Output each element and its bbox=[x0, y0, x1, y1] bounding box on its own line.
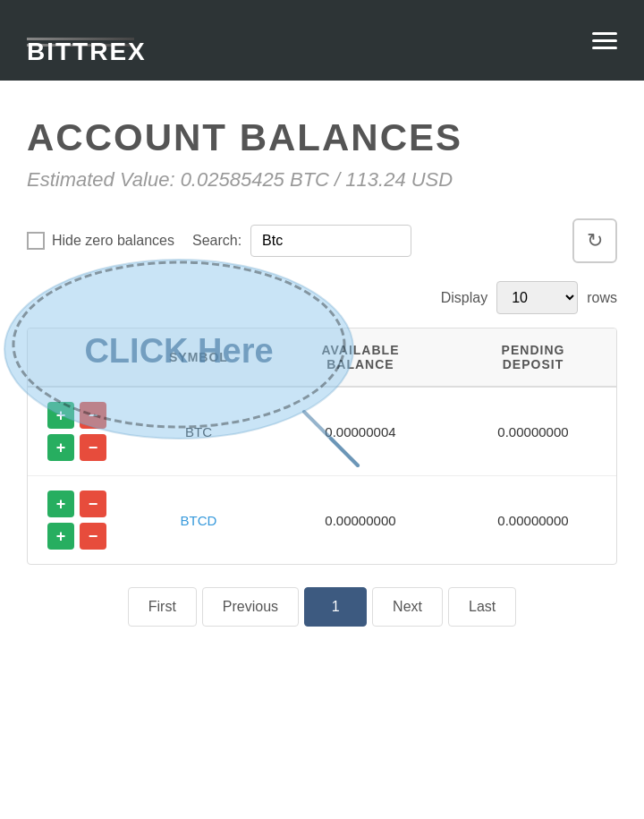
logo-text: BITTREX bbox=[27, 38, 134, 40]
withdraw-button[interactable]: − bbox=[80, 491, 106, 517]
action-buttons: + − + − bbox=[38, 491, 115, 550]
display-label: Display bbox=[441, 290, 487, 306]
deposit-button[interactable]: + bbox=[47, 491, 74, 517]
action-buttons: + − + − bbox=[38, 402, 115, 461]
page-next-button[interactable]: Next bbox=[372, 587, 443, 627]
hide-zero-text: Hide zero balances bbox=[52, 233, 174, 249]
hamburger-line-2 bbox=[592, 39, 617, 42]
logo: BITTREX bbox=[27, 34, 134, 47]
action-cell: + − + − bbox=[28, 387, 126, 476]
header: BITTREX bbox=[0, 0, 644, 81]
refresh-button[interactable]: ↻ bbox=[572, 218, 617, 263]
col-pending-deposit: PENDINGDEPOSIT bbox=[450, 328, 616, 387]
deposit-button-2[interactable]: + bbox=[47, 523, 74, 550]
balances-table: SYMBOL AVAILABLEBALANCE PENDINGDEPOSIT +… bbox=[28, 328, 616, 564]
rows-label: rows bbox=[587, 290, 617, 306]
pending-deposit-cell: 0.00000000 bbox=[450, 476, 616, 565]
action-row-2: + − bbox=[38, 523, 115, 550]
rows-per-page-select[interactable]: 10 25 50 100 bbox=[496, 281, 578, 314]
col-available-balance: AVAILABLEBALANCE bbox=[271, 328, 450, 387]
symbol-cell[interactable]: BTCD bbox=[126, 476, 271, 565]
available-balance-cell: 0.00000004 bbox=[271, 387, 450, 476]
main-content: ACCOUNT BALANCES Estimated Value: 0.0258… bbox=[0, 81, 644, 819]
action-row-2: + − bbox=[38, 434, 115, 461]
hamburger-line-3 bbox=[592, 47, 617, 49]
withdraw-button-2[interactable]: − bbox=[80, 523, 106, 550]
balances-table-wrapper: SYMBOL AVAILABLEBALANCE PENDINGDEPOSIT +… bbox=[27, 328, 617, 565]
search-label: Search: bbox=[192, 233, 242, 249]
estimated-value-btc: 0.02585425 BTC / bbox=[181, 168, 341, 191]
hide-zero-checkbox[interactable] bbox=[27, 232, 45, 250]
deposit-button-2[interactable]: + bbox=[47, 434, 74, 461]
deposit-button[interactable]: + bbox=[47, 402, 74, 429]
estimated-value-usd: 113.24 USD bbox=[345, 168, 453, 191]
refresh-icon: ↻ bbox=[587, 229, 603, 252]
hamburger-menu[interactable] bbox=[592, 32, 617, 49]
hide-zero-label[interactable]: Hide zero balances bbox=[27, 232, 174, 250]
left-controls: Hide zero balances Search: bbox=[27, 225, 411, 257]
controls-row: Hide zero balances Search: ↻ bbox=[27, 218, 617, 263]
table-row: + − + − BTC0.000000040.00000000 bbox=[28, 387, 616, 476]
page-previous-button[interactable]: Previous bbox=[202, 587, 299, 627]
hamburger-line-1 bbox=[592, 32, 617, 35]
pagination: First Previous 1 Next Last bbox=[27, 587, 617, 627]
table-row: + − + − BTCD0.000000000.00000000 bbox=[28, 476, 616, 565]
col-symbol: SYMBOL bbox=[126, 328, 271, 387]
col-actions bbox=[28, 328, 126, 387]
withdraw-button-2[interactable]: − bbox=[80, 434, 106, 461]
action-row-1: + − bbox=[38, 402, 115, 429]
page-title: ACCOUNT BALANCES bbox=[27, 116, 617, 159]
table-header-row: SYMBOL AVAILABLEBALANCE PENDINGDEPOSIT bbox=[28, 328, 616, 387]
symbol-link[interactable]: BTCD bbox=[181, 513, 217, 528]
available-balance-cell: 0.00000000 bbox=[271, 476, 450, 565]
estimated-value-label: Estimated Value: bbox=[27, 168, 175, 191]
page-last-button[interactable]: Last bbox=[448, 587, 516, 627]
action-cell: + − + − bbox=[28, 476, 126, 565]
page-first-button[interactable]: First bbox=[128, 587, 197, 627]
withdraw-button[interactable]: − bbox=[80, 402, 106, 429]
symbol-cell: BTC bbox=[126, 387, 271, 476]
pending-deposit-cell: 0.00000000 bbox=[450, 387, 616, 476]
display-row: Display 10 25 50 100 rows bbox=[27, 281, 617, 314]
estimated-value: Estimated Value: 0.02585425 BTC / 113.24… bbox=[27, 168, 617, 192]
search-input[interactable] bbox=[250, 225, 411, 257]
action-row-1: + − bbox=[38, 491, 115, 517]
search-row: Search: bbox=[192, 225, 411, 257]
page-1-button[interactable]: 1 bbox=[304, 587, 367, 627]
